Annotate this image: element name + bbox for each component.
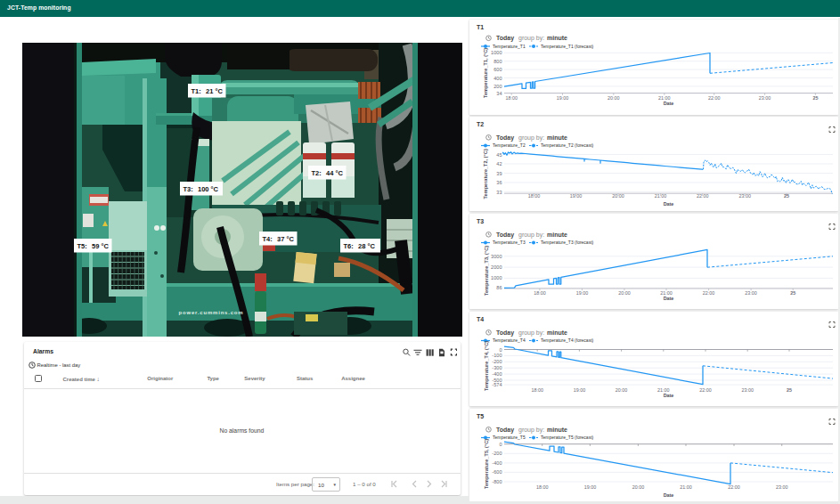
svg-text:T5:: T5: (77, 242, 87, 250)
svg-text:22:00: 22:00 (728, 484, 740, 490)
svg-text:20:00: 20:00 (632, 484, 645, 490)
svg-text:28 °C: 28 °C (358, 242, 375, 250)
svg-text:Date: Date (664, 492, 674, 498)
svg-text:25: 25 (790, 290, 795, 296)
svg-text:Temperature_T3: Temperature_T3 (493, 240, 526, 245)
svg-text:200: 200 (493, 84, 502, 89)
svg-text:21 °C: 21 °C (206, 87, 223, 95)
svg-text:25: 25 (812, 95, 818, 101)
svg-text:Temperature_T5 (forecast): Temperature_T5 (forecast) (541, 435, 594, 440)
svg-text:21:00: 21:00 (680, 484, 692, 490)
svg-text:20:00: 20:00 (612, 192, 624, 198)
svg-text:23:00: 23:00 (776, 484, 788, 490)
svg-text:600: 600 (493, 67, 502, 72)
svg-text:-100: -100 (492, 353, 502, 358)
svg-text:Today: Today (496, 427, 514, 434)
svg-text:1000: 1000 (491, 275, 502, 280)
svg-text:group by:: group by: (518, 35, 544, 42)
svg-text:Temperature_T4: Temperature_T4 (493, 337, 526, 343)
svg-text:Temperature_T5: Temperature_T5 (493, 435, 526, 440)
svg-text:800: 800 (493, 59, 502, 64)
svg-text:23:00: 23:00 (759, 95, 771, 101)
svg-text:Temperature_T1, (°C): Temperature_T1, (°C) (484, 48, 489, 98)
svg-text:T2:: T2: (312, 169, 322, 177)
svg-text:20:00: 20:00 (618, 290, 631, 296)
svg-text:25: 25 (787, 387, 792, 393)
svg-text:-600: -600 (492, 469, 502, 475)
svg-text:Temperature_T1 (forecast): Temperature_T1 (forecast) (541, 44, 594, 49)
svg-text:minute: minute (547, 134, 567, 140)
svg-text:22:00: 22:00 (703, 290, 715, 296)
svg-text:18:00: 18:00 (536, 484, 549, 490)
svg-text:Temperature_T3, (°C): Temperature_T3, (°C) (484, 246, 489, 296)
svg-text:18:00: 18:00 (534, 290, 546, 296)
svg-text:Today: Today (496, 35, 514, 42)
svg-text:group by:: group by: (518, 134, 544, 141)
svg-text:T4: T4 (477, 316, 484, 322)
svg-text:19:00: 19:00 (576, 290, 589, 296)
svg-text:23:00: 23:00 (741, 387, 754, 393)
svg-text:33: 33 (496, 189, 502, 194)
svg-text:36: 36 (496, 180, 502, 185)
svg-text:minute: minute (547, 427, 567, 433)
svg-text:400: 400 (493, 76, 502, 81)
svg-text:Temperature_T4 (forecast): Temperature_T4 (forecast) (541, 337, 594, 343)
svg-text:Date: Date (664, 296, 674, 301)
svg-text:21:00: 21:00 (655, 192, 667, 198)
svg-text:T2: T2 (477, 121, 484, 127)
svg-text:Temperature_T4, (°C): Temperature_T4, (°C) (484, 340, 489, 390)
svg-text:Temperature_T2 (forecast): Temperature_T2 (forecast) (541, 142, 594, 148)
svg-text:2000: 2000 (491, 264, 502, 270)
svg-text:-400: -400 (492, 460, 502, 466)
svg-text:T1: T1 (477, 24, 484, 30)
svg-text:86: 86 (496, 285, 502, 290)
svg-text:45: 45 (496, 151, 502, 157)
svg-text:37 °C: 37 °C (277, 235, 294, 243)
svg-text:42: 42 (496, 161, 502, 167)
svg-text:3000: 3000 (491, 254, 502, 259)
svg-text:T4:: T4: (263, 235, 273, 243)
svg-text:Temperature_T2: Temperature_T2 (493, 142, 526, 148)
svg-text:Today: Today (496, 232, 514, 239)
svg-text:Date: Date (664, 393, 674, 398)
svg-text:-300: -300 (492, 365, 502, 370)
svg-text:Date: Date (664, 201, 674, 207)
svg-text:minute: minute (547, 329, 567, 335)
svg-text:25: 25 (784, 192, 789, 198)
svg-text:100 °C: 100 °C (198, 185, 219, 193)
svg-text:minute: minute (547, 232, 567, 238)
svg-text:-200: -200 (492, 359, 502, 364)
svg-text:Today: Today (496, 134, 514, 141)
svg-text:Temperature_T5, (°C): Temperature_T5, (°C) (484, 439, 489, 489)
svg-text:22:00: 22:00 (699, 387, 712, 393)
svg-text:34: 34 (496, 91, 502, 96)
svg-text:T5: T5 (477, 413, 484, 419)
svg-text:23:00: 23:00 (738, 192, 751, 198)
svg-text:T1:: T1: (192, 87, 201, 95)
svg-text:19:00: 19:00 (584, 484, 597, 490)
svg-text:19:00: 19:00 (557, 95, 569, 101)
svg-text:Temperature_T1: Temperature_T1 (493, 44, 526, 49)
svg-text:Today: Today (496, 329, 514, 336)
svg-text:minute: minute (547, 35, 567, 41)
svg-text:22:00: 22:00 (697, 192, 709, 198)
svg-text:39: 39 (496, 170, 502, 175)
svg-text:44 °C: 44 °C (326, 169, 343, 177)
svg-text:T6:: T6: (344, 242, 354, 250)
svg-text:-800: -800 (492, 479, 502, 484)
svg-text:Temperature_T3 (forecast): Temperature_T3 (forecast) (541, 240, 594, 245)
svg-text:19:00: 19:00 (574, 387, 586, 393)
svg-text:20:00: 20:00 (608, 95, 620, 101)
svg-text:1000: 1000 (491, 50, 502, 55)
svg-text:18:00: 18:00 (528, 192, 541, 198)
svg-text:Date: Date (664, 101, 674, 106)
svg-text:0: 0 (499, 346, 502, 352)
svg-text:19:00: 19:00 (570, 192, 583, 198)
svg-text:0: 0 (499, 442, 502, 447)
svg-text:power.cummins.com: power.cummins.com (179, 310, 244, 315)
svg-text:-574: -574 (492, 382, 502, 387)
svg-text:Temperature_T2, (°C): Temperature_T2, (°C) (484, 149, 489, 199)
svg-text:22:00: 22:00 (708, 95, 721, 101)
svg-text:-200: -200 (492, 451, 502, 456)
svg-text:group by:: group by: (518, 427, 544, 434)
